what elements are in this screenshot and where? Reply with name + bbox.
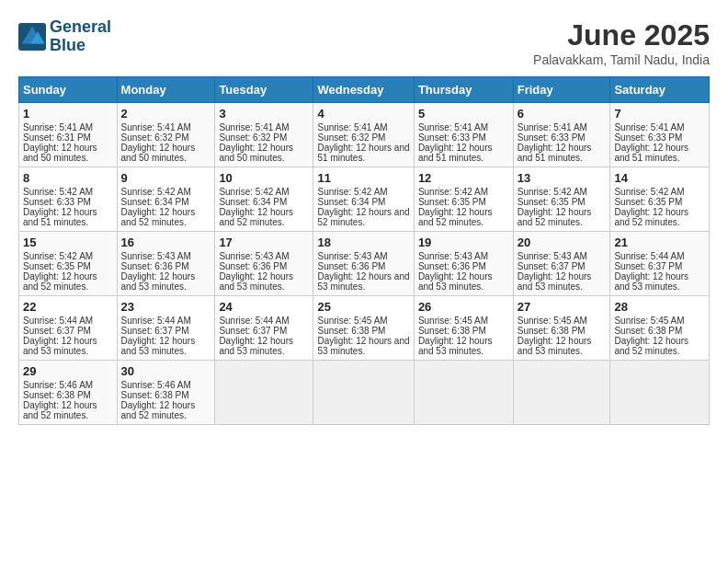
- calendar-cell: [215, 361, 313, 425]
- sunset: Sunset: 6:35 PM: [418, 197, 486, 207]
- daylight: Daylight: 12 hours and 53 minutes.: [518, 336, 592, 356]
- daylight: Daylight: 12 hours and 51 minutes.: [418, 143, 493, 163]
- sunset: Sunset: 6:32 PM: [219, 132, 287, 143]
- calendar-week-3: 15Sunrise: 5:42 AMSunset: 6:35 PMDayligh…: [19, 232, 710, 296]
- logo-line2: Blue: [50, 37, 111, 55]
- sunrise: Sunrise: 5:41 AM: [418, 122, 488, 132]
- calendar-week-4: 22Sunrise: 5:44 AMSunset: 6:37 PMDayligh…: [19, 296, 710, 361]
- sunrise: Sunrise: 5:42 AM: [23, 187, 93, 197]
- sunset: Sunset: 6:37 PM: [518, 261, 586, 271]
- day-header-wednesday: Wednesday: [313, 77, 414, 103]
- calendar-cell: 2Sunrise: 5:41 AMSunset: 6:32 PMDaylight…: [117, 103, 215, 167]
- sunset: Sunset: 6:36 PM: [317, 261, 385, 271]
- sunset: Sunset: 6:38 PM: [614, 326, 682, 336]
- daylight: Daylight: 12 hours and 50 minutes.: [121, 143, 196, 163]
- daylight: Daylight: 12 hours and 53 minutes.: [219, 336, 293, 356]
- daylight: Daylight: 12 hours and 53 minutes.: [518, 271, 592, 292]
- calendar-cell: [414, 361, 513, 425]
- daylight: Daylight: 12 hours and 52 minutes.: [23, 271, 97, 292]
- daylight: Daylight: 12 hours and 53 minutes.: [219, 271, 293, 292]
- day-number: 26: [418, 300, 509, 314]
- logo-icon: [18, 23, 46, 51]
- sunrise: Sunrise: 5:43 AM: [418, 251, 488, 261]
- calendar-cell: 9Sunrise: 5:42 AMSunset: 6:34 PMDaylight…: [117, 167, 215, 232]
- sunrise: Sunrise: 5:44 AM: [614, 251, 684, 261]
- daylight: Daylight: 12 hours and 52 minutes.: [219, 207, 293, 227]
- calendar-cell: 27Sunrise: 5:45 AMSunset: 6:38 PMDayligh…: [513, 296, 610, 361]
- sunrise: Sunrise: 5:41 AM: [317, 122, 387, 132]
- daylight: Daylight: 12 hours and 53 minutes.: [23, 336, 97, 356]
- sunrise: Sunrise: 5:45 AM: [317, 316, 387, 326]
- sunset: Sunset: 6:37 PM: [614, 261, 682, 271]
- day-header-friday: Friday: [513, 77, 610, 103]
- calendar-header: SundayMondayTuesdayWednesdayThursdayFrid…: [19, 77, 710, 103]
- calendar-cell: 16Sunrise: 5:43 AMSunset: 6:36 PMDayligh…: [117, 232, 215, 296]
- day-number: 9: [121, 171, 211, 185]
- calendar-cell: 23Sunrise: 5:44 AMSunset: 6:37 PMDayligh…: [117, 296, 215, 361]
- sunset: Sunset: 6:31 PM: [23, 132, 91, 143]
- calendar-cell: 18Sunrise: 5:43 AMSunset: 6:36 PMDayligh…: [313, 232, 414, 296]
- sunset: Sunset: 6:38 PM: [418, 326, 486, 336]
- day-number: 14: [614, 171, 705, 185]
- sunrise: Sunrise: 5:42 AM: [317, 187, 387, 197]
- day-number: 25: [317, 300, 409, 314]
- sunset: Sunset: 6:38 PM: [23, 390, 91, 400]
- day-number: 12: [418, 171, 509, 185]
- calendar-cell: 25Sunrise: 5:45 AMSunset: 6:38 PMDayligh…: [313, 296, 414, 361]
- sunset: Sunset: 6:32 PM: [121, 132, 189, 143]
- day-header-saturday: Saturday: [610, 77, 710, 103]
- calendar-cell: [610, 361, 710, 425]
- month-title: June 2025: [533, 18, 710, 52]
- daylight: Daylight: 12 hours and 52 minutes.: [121, 400, 196, 420]
- sunset: Sunset: 6:35 PM: [614, 197, 682, 207]
- daylight: Daylight: 12 hours and 51 minutes.: [23, 207, 97, 227]
- daylight: Daylight: 12 hours and 50 minutes.: [219, 143, 293, 163]
- sunset: Sunset: 6:33 PM: [23, 197, 91, 207]
- day-number: 1: [23, 107, 113, 121]
- daylight: Daylight: 12 hours and 53 minutes.: [317, 271, 409, 292]
- day-number: 17: [219, 236, 309, 249]
- calendar-cell: [313, 361, 414, 425]
- sunset: Sunset: 6:37 PM: [219, 326, 287, 336]
- calendar-cell: 22Sunrise: 5:44 AMSunset: 6:37 PMDayligh…: [19, 296, 118, 361]
- day-number: 7: [614, 107, 705, 121]
- daylight: Daylight: 12 hours and 53 minutes.: [418, 271, 493, 292]
- calendar-cell: 21Sunrise: 5:44 AMSunset: 6:37 PMDayligh…: [610, 232, 710, 296]
- calendar-cell: 12Sunrise: 5:42 AMSunset: 6:35 PMDayligh…: [414, 167, 513, 232]
- sunrise: Sunrise: 5:45 AM: [614, 316, 684, 326]
- day-number: 13: [518, 171, 607, 185]
- day-number: 30: [121, 364, 211, 378]
- calendar-cell: 13Sunrise: 5:42 AMSunset: 6:35 PMDayligh…: [513, 167, 610, 232]
- sunset: Sunset: 6:36 PM: [418, 261, 486, 271]
- calendar-cell: 5Sunrise: 5:41 AMSunset: 6:33 PMDaylight…: [414, 103, 513, 167]
- day-header-sunday: Sunday: [19, 77, 118, 103]
- sunrise: Sunrise: 5:41 AM: [219, 122, 289, 132]
- daylight: Daylight: 12 hours and 52 minutes.: [317, 207, 409, 227]
- day-number: 23: [121, 300, 211, 314]
- daylight: Daylight: 12 hours and 51 minutes.: [518, 143, 592, 163]
- daylight: Daylight: 12 hours and 53 minutes.: [418, 336, 493, 356]
- day-number: 8: [23, 171, 113, 185]
- header-row: SundayMondayTuesdayWednesdayThursdayFrid…: [19, 77, 710, 103]
- sunrise: Sunrise: 5:45 AM: [418, 316, 488, 326]
- sunrise: Sunrise: 5:46 AM: [23, 380, 93, 390]
- day-header-tuesday: Tuesday: [215, 77, 313, 103]
- logo: General Blue: [18, 18, 111, 55]
- sunset: Sunset: 6:37 PM: [23, 326, 91, 336]
- sunset: Sunset: 6:33 PM: [418, 132, 486, 143]
- title-area: June 2025 Palavakkam, Tamil Nadu, India: [533, 18, 710, 67]
- calendar-cell: 6Sunrise: 5:41 AMSunset: 6:33 PMDaylight…: [513, 103, 610, 167]
- sunrise: Sunrise: 5:42 AM: [418, 187, 488, 197]
- sunrise: Sunrise: 5:42 AM: [614, 187, 684, 197]
- sunset: Sunset: 6:33 PM: [518, 132, 586, 143]
- calendar-cell: 4Sunrise: 5:41 AMSunset: 6:32 PMDaylight…: [313, 103, 414, 167]
- sunrise: Sunrise: 5:41 AM: [614, 122, 684, 132]
- calendar-cell: 11Sunrise: 5:42 AMSunset: 6:34 PMDayligh…: [313, 167, 414, 232]
- sunrise: Sunrise: 5:44 AM: [121, 316, 191, 326]
- day-number: 27: [518, 300, 607, 314]
- calendar-cell: 1Sunrise: 5:41 AMSunset: 6:31 PMDaylight…: [19, 103, 118, 167]
- sunrise: Sunrise: 5:42 AM: [219, 187, 289, 197]
- day-number: 6: [518, 107, 607, 121]
- calendar-week-5: 29Sunrise: 5:46 AMSunset: 6:38 PMDayligh…: [19, 361, 710, 425]
- day-number: 5: [418, 107, 509, 121]
